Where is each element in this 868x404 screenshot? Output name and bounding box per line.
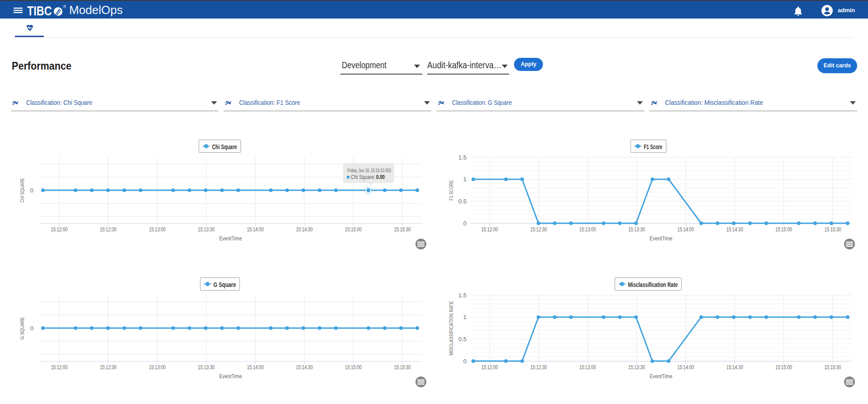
svg-text:1: 1 <box>463 314 467 320</box>
svg-text:Classification: G Square: Classification: G Square <box>452 99 512 106</box>
svg-text:EventTime: EventTime <box>650 373 672 380</box>
svg-text:15:13:30: 15:13:30 <box>198 226 215 233</box>
svg-text:Chi Square: Chi Square <box>212 143 237 150</box>
svg-text:15:14:00: 15:14:00 <box>247 226 264 233</box>
svg-text:1: 1 <box>463 176 467 183</box>
svg-text:15:14:30: 15:14:30 <box>296 364 313 371</box>
svg-text:15:14:30: 15:14:30 <box>726 364 743 371</box>
svg-text:15:15:00: 15:15:00 <box>775 226 792 233</box>
svg-text:Classification: Misclassificat: Classification: Misclassification Rate <box>665 99 763 106</box>
svg-text:15:12:30: 15:12:30 <box>100 226 117 233</box>
svg-text:15:12:00: 15:12:00 <box>481 364 498 371</box>
svg-text:G Square: G Square <box>213 281 236 288</box>
svg-text:0: 0 <box>30 187 33 194</box>
svg-text:15:13:00: 15:13:00 <box>579 364 596 371</box>
svg-text:Friday, Jun 10, 15:15:10.003: Friday, Jun 10, 15:15:10.003 <box>347 168 391 173</box>
svg-text:Classification: Chi Square: Classification: Chi Square <box>26 99 92 106</box>
svg-text:MISCLASSIFICATION RATE: MISCLASSIFICATION RATE <box>448 301 454 355</box>
svg-text:15:15:30: 15:15:30 <box>825 226 841 233</box>
svg-text:15:12:00: 15:12:00 <box>481 226 498 233</box>
svg-text:F1 Score: F1 Score <box>644 143 662 150</box>
svg-text:1.5: 1.5 <box>458 292 467 299</box>
svg-text:15:14:00: 15:14:00 <box>677 364 694 371</box>
svg-text:15:12:00: 15:12:00 <box>51 226 68 233</box>
svg-text:15:12:30: 15:12:30 <box>100 364 117 371</box>
svg-text:EventTime: EventTime <box>219 373 242 380</box>
svg-text:15:14:00: 15:14:00 <box>677 226 694 233</box>
svg-text:15:15:00: 15:15:00 <box>345 364 362 371</box>
svg-text:0.5: 0.5 <box>458 336 467 343</box>
svg-text:0: 0 <box>463 358 467 365</box>
svg-text:15:12:30: 15:12:30 <box>530 364 547 371</box>
svg-text:15:13:00: 15:13:00 <box>579 226 596 233</box>
svg-text:15:15:30: 15:15:30 <box>394 364 411 371</box>
svg-text:0.5: 0.5 <box>458 198 467 205</box>
svg-text:15:12:00: 15:12:00 <box>51 364 68 371</box>
svg-text:EventTime: EventTime <box>650 235 672 242</box>
svg-text:15:13:00: 15:13:00 <box>149 226 165 233</box>
svg-text:15:14:30: 15:14:30 <box>296 226 313 233</box>
svg-text:0.00: 0.00 <box>376 174 385 180</box>
svg-text:15:13:30: 15:13:30 <box>198 364 215 371</box>
svg-text:15:12:30: 15:12:30 <box>530 226 547 233</box>
svg-text:0: 0 <box>463 220 467 227</box>
svg-text:15:13:30: 15:13:30 <box>628 364 645 371</box>
svg-text:F1 SCORE: F1 SCORE <box>448 180 454 201</box>
svg-text:15:15:30: 15:15:30 <box>394 226 411 233</box>
svg-text:Misclassification Rate: Misclassification Rate <box>628 281 678 288</box>
svg-text:0: 0 <box>30 325 33 332</box>
svg-text:15:13:00: 15:13:00 <box>149 364 165 371</box>
svg-text:Classification: F1 Score: Classification: F1 Score <box>239 99 300 106</box>
svg-text:15:15:00: 15:15:00 <box>345 226 362 233</box>
svg-text:15:15:00: 15:15:00 <box>775 364 792 371</box>
svg-text:15:13:30: 15:13:30 <box>628 226 645 233</box>
svg-text:CHI SQUARE: CHI SQUARE <box>19 178 25 202</box>
svg-text:1.5: 1.5 <box>458 154 467 161</box>
svg-text:G SQUARE: G SQUARE <box>19 317 25 339</box>
svg-text:15:14:30: 15:14:30 <box>726 226 743 233</box>
svg-text:15:14:00: 15:14:00 <box>247 364 264 371</box>
svg-text:15:15:30: 15:15:30 <box>825 364 841 371</box>
svg-text:EventTime: EventTime <box>219 235 242 242</box>
svg-text:Chi Square:: Chi Square: <box>351 174 375 180</box>
